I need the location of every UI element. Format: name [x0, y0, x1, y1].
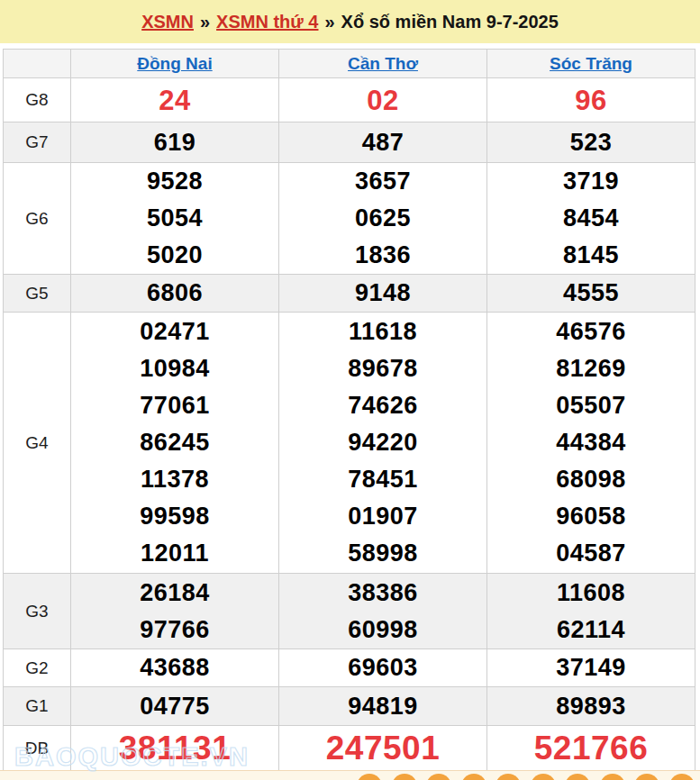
province-link-soc-trang[interactable]: Sóc Trăng [550, 54, 632, 73]
result-cell: 9528 5054 5020 [71, 163, 279, 275]
result-number: 3719 [487, 163, 695, 200]
result-cell: 247501 [279, 726, 487, 771]
result-cell: 9148 [279, 275, 487, 313]
breadcrumb-link-xsmn-thu-4[interactable]: XSMN thứ 4 [216, 12, 318, 32]
prize-row-g7: G7 619 487 523 [4, 122, 695, 163]
result-number: 86245 [71, 424, 278, 461]
prize-label: G1 [4, 687, 71, 726]
lottery-ball-icon [392, 774, 417, 780]
breadcrumb-separator: » [200, 12, 210, 32]
result-cell: 43688 [71, 649, 279, 687]
lottery-ball-icon [669, 774, 695, 780]
result-number: 78451 [279, 461, 486, 498]
prize-row-g2: G2 43688 69603 37149 [4, 649, 695, 687]
prize-row-g1: G1 04775 94819 89893 [4, 687, 695, 726]
province-link-can-tho[interactable]: Cần Thơ [348, 54, 418, 73]
result-cell: 37149 [487, 649, 695, 687]
result-number: 11608 [487, 575, 695, 612]
result-cell: 94819 [279, 687, 487, 726]
result-number: 38386 [279, 575, 486, 612]
result-number: 11618 [279, 313, 486, 350]
result-cell: 89893 [487, 687, 695, 726]
result-number: 5054 [71, 200, 278, 237]
result-number: 5020 [71, 237, 278, 274]
lottery-ball-icon [426, 774, 451, 780]
prize-row-db: ĐB 381131 247501 521766 [4, 726, 695, 771]
result-number: 02471 [71, 313, 278, 350]
result-number: 77061 [71, 387, 278, 424]
result-cell: 4555 [487, 275, 695, 313]
prize-label: G5 [4, 275, 71, 313]
page-title: Xổ số miền Nam 9-7-2025 [341, 12, 559, 32]
result-number: 1836 [279, 237, 486, 274]
lottery-ball-icon [565, 774, 590, 780]
result-number: 02 [279, 79, 486, 122]
result-cell: 487 [279, 122, 487, 163]
result-number: 37149 [487, 649, 695, 686]
result-number: 89678 [279, 350, 486, 387]
result-number: 4555 [487, 275, 695, 312]
result-number: 619 [71, 124, 278, 161]
lottery-ball-icon [600, 774, 625, 780]
lottery-ball-icon [531, 774, 556, 780]
result-number: 523 [487, 124, 695, 161]
result-number: 60998 [279, 612, 486, 648]
result-number: 96058 [487, 498, 695, 535]
result-cell: 381131 [71, 726, 279, 771]
result-number: 44384 [487, 424, 695, 461]
prize-label: ĐB [4, 726, 71, 771]
result-number: 04775 [71, 688, 278, 725]
result-number: 43688 [71, 649, 278, 686]
result-number: 6806 [71, 275, 278, 312]
lottery-ball-icon [495, 774, 521, 780]
prize-row-g3: G3 26184 97766 38386 60998 11608 62114 [4, 574, 695, 649]
prize-row-g6: G6 9528 5054 5020 3657 0625 1836 3719 84… [4, 163, 695, 275]
prize-label: G6 [4, 163, 71, 275]
result-cell: 02 [279, 78, 487, 122]
breadcrumb-separator: » [324, 12, 334, 32]
column-header-row: Đồng Nai Cần Thơ Sóc Trăng [4, 50, 695, 78]
result-number: 521766 [487, 727, 695, 770]
result-number: 62114 [487, 612, 695, 648]
prize-label: G3 [4, 574, 71, 649]
result-number: 04587 [487, 535, 695, 572]
prize-label: G4 [4, 313, 71, 574]
result-cell: 3657 0625 1836 [279, 163, 487, 275]
result-number: 94220 [279, 424, 486, 461]
result-cell: 26184 97766 [71, 574, 279, 649]
result-number: 01907 [279, 498, 486, 535]
result-number: 8454 [487, 200, 695, 237]
result-number: 11378 [71, 461, 278, 498]
lottery-ball-icon [461, 774, 486, 780]
result-cell: 24 [71, 78, 279, 122]
province-link-dong-nai[interactable]: Đồng Nai [137, 54, 212, 73]
result-number: 97766 [71, 612, 278, 648]
prize-label: G2 [4, 649, 71, 687]
result-cell: 3719 8454 8145 [487, 163, 695, 275]
prize-row-g5: G5 6806 9148 4555 [4, 275, 695, 313]
prize-label: G7 [4, 122, 71, 163]
result-number: 9148 [279, 275, 486, 312]
result-cell: 523 [487, 122, 695, 163]
lottery-results-table: Đồng Nai Cần Thơ Sóc Trăng G8 24 02 96 G… [3, 49, 695, 771]
result-number: 94819 [279, 688, 486, 725]
lottery-ball-icon [634, 774, 659, 780]
result-number: 05507 [487, 387, 695, 424]
result-number: 89893 [487, 688, 695, 725]
prize-row-g8: G8 24 02 96 [4, 78, 695, 122]
column-header-soc-trang: Sóc Trăng [487, 50, 695, 78]
result-cell: 04775 [71, 687, 279, 726]
result-cell: 38386 60998 [279, 574, 487, 649]
result-cell: 69603 [279, 649, 487, 687]
lottery-ball-icon [357, 774, 382, 780]
breadcrumb-link-xsmn[interactable]: XSMN [141, 12, 194, 32]
result-number: 69603 [279, 649, 486, 686]
result-number: 0625 [279, 200, 486, 237]
result-number: 68098 [487, 461, 695, 498]
next-section-strip [0, 770, 700, 780]
result-cell: 11618 89678 74626 94220 78451 01907 5899… [279, 313, 487, 574]
column-header-dong-nai: Đồng Nai [71, 50, 279, 78]
result-number: 26184 [71, 575, 278, 612]
result-cell: 11608 62114 [487, 574, 695, 649]
corner-cell [4, 50, 71, 78]
